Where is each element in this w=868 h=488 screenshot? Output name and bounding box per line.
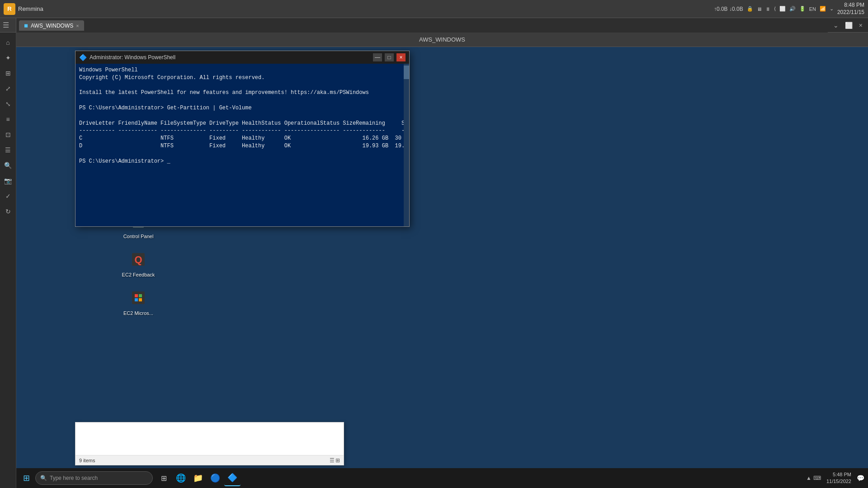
search-icon: 🔍 (40, 475, 47, 481)
ps-terminal-content[interactable]: Windows PowerShell Copyright (C) Microso… (75, 64, 404, 226)
taskbar-edge-btn[interactable]: 🌐 (173, 470, 189, 486)
taskbar-task-view-btn[interactable]: ⊞ (156, 470, 172, 486)
ec2-micros-label: EC2 Micros... (123, 310, 153, 316)
sidebar-list-btn[interactable]: ☰ (2, 144, 14, 156)
fe-content (75, 422, 344, 455)
sidebar-search-btn[interactable]: 🔍 (2, 159, 14, 172)
tab-close-btn[interactable]: × (76, 23, 79, 28)
system-tray: ↑ 0.0B ↓ 0.0B 🔒 🖥 ⏸ ⟨ ⬜ 🔊 🔋 EN 📶 ⌄ 8:48 … (714, 2, 864, 16)
powershell-taskbar-icon: 🔷 (227, 473, 237, 483)
menu-icon[interactable]: ☰ (3, 21, 9, 29)
tray-monitor-icon: 🖥 (757, 6, 762, 12)
desktop-icon-ec2-micros[interactable]: EC2 Micros... (120, 287, 156, 316)
desktop-icon-ec2-feedback[interactable]: Q EC2 Feedback (120, 249, 156, 278)
tray-lock-icon: 🔒 (747, 6, 753, 12)
sidebar-menu-btn[interactable]: ≡ (2, 113, 14, 126)
tray-display-icon: ⬜ (779, 6, 786, 12)
fe-items-count: 9 items (79, 458, 95, 463)
fe-view-icons: ☰ ⊞ (330, 457, 340, 464)
tray-lang: EN (809, 6, 816, 12)
win-minimize-btn[interactable]: ⌄ (830, 21, 841, 30)
tray-chevron-icon: ⌄ (830, 6, 834, 12)
win-close-btn[interactable]: × (856, 21, 865, 30)
tray-battery-icon: 🔋 (799, 6, 806, 12)
remmina-shell: R Remmina ↑ 0.0B ↓ 0.0B 🔒 🖥 ⏸ ⟨ ⬜ 🔊 🔋 EN… (0, 0, 868, 488)
session-titlebar: AWS_WINDOWS (16, 33, 868, 47)
network-speed: ↑ 0.0B ↓ 0.0B (714, 6, 743, 12)
ec2-micros-icon (127, 287, 149, 309)
tray-volume-icon: 🔊 (789, 6, 796, 12)
ec2-feedback-label: EC2 Feedback (122, 272, 155, 278)
taskbar-clock[interactable]: 5:48 PM 11/15/2022 (824, 470, 854, 486)
tray-keyboard-icon[interactable]: ⌨ (813, 475, 821, 481)
tray-date: 2022/11/15 (837, 9, 864, 16)
file-explorer-icon: 📁 (193, 473, 203, 483)
speed-down: 0.0B (732, 6, 743, 12)
remmina-topbar: R Remmina ↑ 0.0B ↓ 0.0B 🔒 🖥 ⏸ ⟨ ⬜ 🔊 🔋 EN… (0, 0, 868, 18)
svg-rect-31 (139, 294, 142, 297)
session-title: AWS_WINDOWS (419, 36, 465, 43)
task-view-icon: ⊞ (161, 474, 167, 483)
sidebar-add-btn[interactable]: ✦ (2, 52, 14, 64)
edge-icon: 🌐 (176, 473, 186, 483)
remmina-sidebar: ⌂ ✦ ⊞ ⤢ ⤡ ≡ ⊡ ☰ 🔍 📷 ✓ ↻ (0, 33, 16, 488)
ps-titlebar: 🔷 Administrator: Windows PowerShell — □ … (75, 51, 409, 64)
ps-window-icon: 🔷 (79, 54, 87, 61)
search-placeholder-text: Type here to search (50, 475, 98, 481)
remmina-logo: R (4, 3, 15, 15)
sidebar-expand-btn[interactable]: ⤡ (2, 98, 14, 110)
powershell-window: 🔷 Administrator: Windows PowerShell — □ … (75, 51, 410, 227)
sidebar-fullscreen-btn[interactable]: ⤢ (2, 82, 14, 95)
remote-desktop-content: AWS_WINDOWS (16, 33, 868, 488)
fe-statusbar: 9 items ☰ ⊞ (75, 455, 344, 465)
taskbar-tray-icons: ▲ ⌨ (806, 475, 821, 481)
sidebar-refresh-btn[interactable]: ↻ (2, 205, 14, 218)
ps-scrollbar-thumb[interactable] (404, 66, 409, 79)
ie-icon: 🔵 (210, 473, 220, 483)
svg-rect-33 (139, 298, 142, 301)
file-explorer-window[interactable]: 9 items ☰ ⊞ (75, 422, 344, 465)
sidebar-check-btn[interactable]: ✓ (2, 190, 14, 202)
tray-clock: 8:48 PM 2022/11/15 (837, 2, 864, 16)
taskbar-ie-btn[interactable]: 🔵 (207, 470, 223, 486)
speed-up: 0.0B (717, 6, 728, 12)
tray-media-icon: ⏸ (765, 6, 770, 12)
ps-scrollbar[interactable] (404, 64, 409, 226)
ps-content-wrapper: Windows PowerShell Copyright (C) Microso… (75, 64, 409, 226)
tab-label: AWS_WINDOWS (31, 23, 73, 29)
taskbar-powershell-btn[interactable]: 🔷 (224, 470, 241, 486)
start-button[interactable]: ⊞ (18, 470, 34, 486)
sidebar-grid-btn[interactable]: ⊡ (2, 128, 14, 141)
tray-show-hidden-icon[interactable]: ▲ (806, 475, 811, 481)
windows-logo-icon: ⊞ (23, 473, 30, 483)
windows-desktop[interactable]: Administra... This PC (16, 47, 868, 488)
windows-taskbar: ⊞ 🔍 Type here to search ⊞ 🌐 (16, 468, 868, 488)
ps-title-text: Administrator: Windows PowerShell (90, 54, 370, 61)
sidebar-home-btn[interactable]: ⌂ (2, 36, 14, 49)
taskbar-file-explorer-btn[interactable]: 📁 (190, 470, 206, 486)
taskbar-search[interactable]: 🔍 Type here to search (35, 471, 153, 485)
taskbar-date-display: 11/15/2022 (826, 478, 851, 485)
tab-icon: ◼ (24, 23, 28, 28)
svg-rect-32 (135, 298, 138, 301)
tray-bluetooth-icon: ⟨ (774, 6, 776, 12)
sidebar-screenshot-btn[interactable]: 📷 (2, 174, 14, 187)
svg-rect-30 (135, 294, 138, 297)
svg-rect-29 (132, 291, 145, 304)
sidebar-connections-btn[interactable]: ⊞ (2, 67, 14, 80)
aws-windows-tab[interactable]: ◼ AWS_WINDOWS × (19, 20, 84, 31)
control-panel-label: Control Panel (123, 234, 154, 239)
notification-center-icon[interactable]: 💬 (857, 474, 864, 482)
tray-wifi-icon: 📶 (820, 6, 826, 12)
ps-restore-btn[interactable]: □ (385, 53, 394, 61)
ps-close-btn[interactable]: × (396, 53, 406, 61)
tray-time: 8:48 PM (837, 2, 864, 9)
svg-text:Q: Q (134, 254, 142, 265)
taskbar-right-area: ▲ ⌨ 5:48 PM 11/15/2022 💬 (806, 470, 866, 486)
remmina-app-title: Remmina (18, 5, 714, 12)
taskbar-pinned-apps: ⊞ 🌐 📁 🔵 🔷 (156, 470, 241, 486)
fe-grid-view-icon[interactable]: ⊞ (335, 457, 340, 464)
ps-minimize-btn[interactable]: — (373, 53, 382, 61)
win-restore-btn[interactable]: ⬜ (842, 21, 855, 30)
fe-list-view-icon[interactable]: ☰ (330, 457, 335, 464)
